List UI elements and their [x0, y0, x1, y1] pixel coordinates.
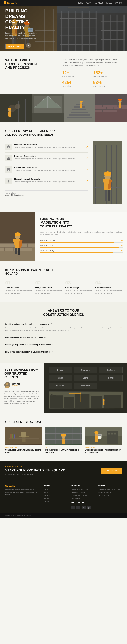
- footer: SQUARO Lorem ipsum dolor sit amet, conse…: [0, 481, 127, 513]
- svg-rect-39: [101, 22, 125, 22]
- footer-page-contact[interactable]: Contact: [44, 500, 50, 502]
- social-twitter[interactable]: t: [76, 506, 80, 510]
- svg-point-176: [94, 431, 98, 434]
- contact-phone: +1 234 567 890: [98, 494, 122, 497]
- social-linkedin[interactable]: in: [82, 506, 86, 510]
- blog-cat-2: SAFETY: [45, 446, 82, 448]
- faq-toggle-4[interactable]: +: [120, 350, 122, 354]
- footer-service-industrial[interactable]: Industrial Construction: [71, 492, 87, 493]
- gallery-svg-4: [95, 94, 127, 122]
- contact-info: 123 Construction Ave, NY 10001 support@s…: [98, 488, 122, 497]
- nav-services[interactable]: SERVICES: [94, 2, 103, 4]
- service-arrow-residential[interactable]: ↗: [86, 145, 88, 148]
- svg-rect-100: [8, 181, 9, 182]
- dot-3[interactable]: [9, 407, 11, 408]
- cta-phone: +1 234 567 890: [22, 474, 33, 476]
- footer-service-renovation[interactable]: Renovations: [71, 498, 80, 499]
- get-quote-button[interactable]: GET A QUOTE: [5, 44, 24, 49]
- blog-svg-1: [5, 427, 42, 445]
- service-title-renovation: Renovations and Remodeling: [14, 178, 88, 180]
- footer-pages: PAGES Home About Services Pages Contact: [44, 484, 68, 510]
- faq-item-2-inner: How do I get started with a project with…: [5, 336, 120, 338]
- svg-rect-98: [9, 170, 9, 170]
- service-text-commercial: Te facilis blandit legimus virtute at ha…: [14, 169, 88, 172]
- svg-rect-140: [50, 396, 63, 408]
- footer-page-services[interactable]: Services: [44, 494, 50, 496]
- reason-4-text: Totam iu es ut bibendum dolor blandit lo…: [95, 290, 122, 294]
- footer-about: SQUARO Lorem ipsum dolor sit amet, conse…: [5, 484, 41, 510]
- hero-building-svg: [57, 6, 127, 51]
- footer-contact-heading: CONTACT: [98, 484, 122, 486]
- cta-button[interactable]: CONTACT US: [101, 468, 122, 474]
- svg-rect-29: [88, 11, 90, 51]
- logo[interactable]: SQUARO: [4, 2, 17, 4]
- svg-rect-148: [69, 393, 81, 394]
- cta-email: contact@squaro.com: [5, 474, 20, 476]
- play-button[interactable]: ▶: [26, 43, 31, 48]
- tools-icon: [7, 179, 10, 183]
- footer-page-about[interactable]: About: [44, 492, 48, 493]
- footer-page-pages[interactable]: Pages: [44, 498, 49, 499]
- stats-grid: 12+ Year Experience 182+ Projects Comple…: [62, 70, 122, 87]
- svg-rect-103: [95, 144, 96, 204]
- svg-rect-93: [7, 159, 10, 160]
- svg-rect-166: [80, 428, 81, 444]
- svg-rect-171: [62, 439, 65, 444]
- testimonial-name: John Doe: [12, 383, 20, 385]
- blog-title-2: The Importance of Safety Protocols on th…: [45, 449, 82, 454]
- svg-rect-66: [71, 112, 88, 113]
- service-residential: Residential Construction Te facilis blan…: [5, 141, 88, 152]
- about-right: Lorem ipsum dolor sit amet, consectetur …: [62, 58, 122, 87]
- factory-icon: [7, 156, 10, 160]
- faq-item-2[interactable]: How do I get started with a project with…: [5, 334, 122, 341]
- gallery-item-3: [64, 94, 95, 122]
- svg-rect-81: [106, 107, 113, 109]
- contact-address: 123 Construction Ave, NY 10001: [98, 488, 122, 491]
- copyright: © 2024 Squaro. All Rights Reserved.: [5, 515, 31, 516]
- faq-toggle-2[interactable]: +: [120, 336, 122, 339]
- svg-rect-145: [91, 396, 102, 408]
- nav-about[interactable]: ABOUT: [86, 2, 92, 4]
- svg-point-72: [80, 101, 83, 102]
- service-arrow-renovation[interactable]: ↗: [86, 180, 88, 182]
- turning-worker-svg: [0, 212, 35, 261]
- svg-rect-179: [98, 434, 101, 435]
- faq-toggle-3[interactable]: +: [120, 343, 122, 346]
- faq-item-3[interactable]: What is your approach to sustainability …: [5, 341, 122, 348]
- footer-service-residential[interactable]: Residential Construction: [71, 488, 88, 490]
- dot-2[interactable]: [7, 407, 8, 408]
- svg-rect-36: [60, 27, 97, 28]
- svg-rect-120: [0, 244, 9, 247]
- service-content-industrial: Industrial Construction Te facilis bland…: [14, 155, 88, 160]
- faq-toggle-1[interactable]: −: [120, 326, 122, 329]
- faq-item-1[interactable]: What types of construction projects do y…: [5, 321, 122, 334]
- services-section: OUR SPECTRUM OF SERVICES FOR ALL YOUR CO…: [0, 122, 127, 212]
- progress-safe-work-bar: [40, 242, 122, 242]
- nav-contact[interactable]: CONTACT: [115, 2, 123, 4]
- svg-rect-104: [100, 144, 101, 204]
- svg-rect-116: [108, 190, 110, 200]
- svg-rect-165: [72, 428, 73, 444]
- stat-clients-number: 425+: [62, 80, 91, 85]
- nav-pages[interactable]: PAGES: [106, 2, 112, 4]
- svg-rect-142: [53, 394, 56, 397]
- service-arrow-industrial[interactable]: ↗: [86, 157, 88, 160]
- service-arrow-commercial[interactable]: ↗: [86, 168, 88, 171]
- brand-gleam: Gleam: [49, 375, 72, 381]
- social-youtube[interactable]: yt: [87, 506, 91, 510]
- footer-page-home[interactable]: Home: [44, 488, 48, 490]
- footer-service-commercial[interactable]: Commercial Construction: [71, 494, 89, 496]
- reason-4-num: 04: [95, 280, 122, 286]
- blog-image-2: [45, 427, 82, 445]
- about-left: WE BUILD WITH PURPOSE, PASSION, AND PREC…: [5, 58, 55, 70]
- reason-3: 03 Custom Design Totam iu es ut bibendum…: [65, 280, 92, 294]
- dot-1[interactable]: [5, 407, 6, 408]
- nav-home[interactable]: HOME: [78, 2, 83, 4]
- testimonials-scene-image: [49, 392, 122, 409]
- social-facebook[interactable]: f: [71, 506, 75, 510]
- reasons-heading: KEY REASONS TO PARTNER WITH SQUARO: [5, 268, 58, 276]
- services-list: Residential Construction Te facilis blan…: [5, 141, 88, 205]
- blog-image-1: [5, 427, 42, 445]
- faq-item-4[interactable]: How do you ensure the safety of your con…: [5, 348, 122, 356]
- footer-services-heading: SERVICES: [71, 484, 94, 486]
